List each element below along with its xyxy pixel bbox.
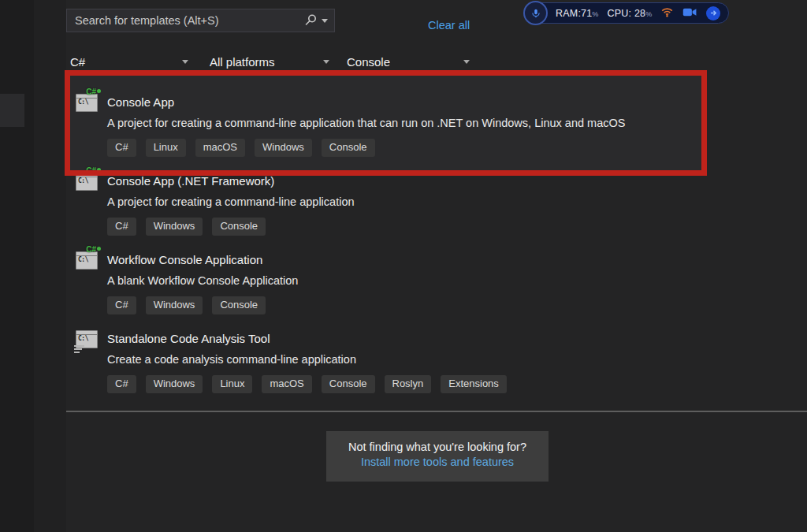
expand-arrow-button[interactable] [706, 6, 720, 20]
not-finding-question: Not finding what you're looking for? [326, 441, 549, 453]
chevron-down-icon [182, 60, 188, 64]
template-tag: Extensions [441, 375, 507, 393]
analysis-lines-icon [74, 345, 84, 355]
template-tag: Console [322, 139, 375, 157]
template-description: A blank Workflow Console Application [107, 273, 298, 288]
template-tags: C# Linux macOS Windows Console [107, 139, 375, 157]
template-item-console-app[interactable]: C:\ C# Console App A project for creatin… [66, 88, 706, 167]
search-input[interactable] [67, 14, 303, 27]
template-description: Create a code analysis command-line appl… [107, 352, 356, 367]
left-panel [0, 0, 34, 532]
template-tag: macOS [262, 375, 311, 393]
template-tag: C# [107, 296, 136, 314]
template-title: Workflow Console Application [107, 252, 262, 268]
template-tag: Console [322, 375, 375, 393]
template-item-console-app-net-framework[interactable]: C:\ C# Console App (.NET Framework) A pr… [66, 167, 706, 246]
template-description: A project for creating a command-line ap… [107, 195, 355, 210]
template-tag: Console [212, 218, 266, 236]
csharp-badge-icon: C# [86, 167, 101, 175]
microphone-button[interactable] [523, 1, 548, 25]
chevron-down-icon [463, 60, 470, 64]
template-tags: C# Windows Console [107, 218, 266, 236]
not-finding-box: Not finding what you're looking for? Ins… [326, 431, 549, 482]
left-gutter [34, 0, 66, 532]
system-tray-overlay: RAM:71% CPU: 28% [525, 2, 729, 24]
left-panel-highlight [0, 94, 24, 127]
platform-filter-dropdown[interactable]: All platforms [210, 52, 329, 71]
csharp-badge-icon: C# [86, 246, 101, 254]
template-title: Standalone Code Analysis Tool [107, 331, 270, 347]
template-tag: Windows [146, 218, 203, 236]
camera-icon [682, 6, 697, 20]
template-description: A project for creating a command-line ap… [107, 116, 625, 131]
template-tag: Console [212, 296, 266, 314]
template-tag: C# [107, 139, 136, 157]
template-tag: Roslyn [385, 375, 432, 393]
ram-usage: RAM:71% [556, 8, 599, 19]
project-type-filter-value: Console [347, 55, 390, 69]
template-tags: C# Windows Console [107, 296, 266, 314]
search-icon[interactable] [303, 13, 318, 28]
clear-all-link[interactable]: Clear all [428, 19, 470, 32]
install-more-tools-link[interactable]: Install more tools and features [326, 456, 549, 468]
list-footer-divider [66, 411, 807, 412]
wifi-icon [660, 6, 674, 20]
template-search-box [66, 9, 335, 32]
template-item-workflow-console-application[interactable]: C:\ C# Workflow Console Application A bl… [66, 246, 706, 325]
template-tag: Linux [146, 139, 186, 157]
template-tag: macOS [195, 139, 245, 157]
template-tag: Windows [255, 139, 312, 157]
chevron-down-icon [323, 60, 329, 64]
console-app-icon: C:\ C# [76, 251, 98, 270]
template-tag: Windows [146, 296, 203, 314]
code-analysis-icon: C:\ [76, 330, 98, 348]
template-tag: C# [107, 375, 136, 393]
platform-filter-value: All platforms [210, 55, 275, 69]
template-tags: C# Windows Linux macOS Console Roslyn Ex… [107, 375, 507, 393]
template-tag: Windows [146, 375, 203, 393]
language-filter-value: C# [70, 55, 85, 69]
language-filter-dropdown[interactable]: C# [70, 52, 188, 71]
template-tag: Linux [212, 375, 252, 393]
search-options-chevron-icon[interactable] [322, 19, 328, 23]
template-title: Console App [107, 95, 174, 110]
csharp-badge-icon: C# [86, 88, 101, 96]
console-app-icon: C:\ C# [76, 173, 98, 191]
project-type-filter-dropdown[interactable]: Console [347, 52, 470, 71]
console-app-icon: C:\ C# [76, 94, 98, 112]
cpu-usage: CPU: 28% [608, 8, 653, 19]
template-title: Console App (.NET Framework) [107, 173, 274, 189]
template-tag: C# [107, 218, 136, 236]
template-item-standalone-code-analysis-tool[interactable]: C:\ Standalone Code Analysis Tool Create… [66, 325, 706, 404]
